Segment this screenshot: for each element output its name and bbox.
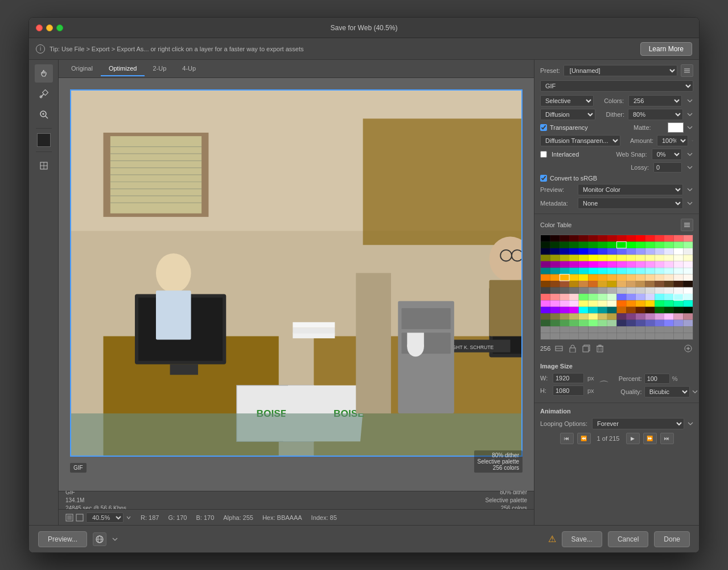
- canvas-wrapper: BOISE BOISE DWIGHT K. SCHRUTE: [59, 78, 534, 491]
- close-button[interactable]: [36, 24, 43, 31]
- bottom-bar: Preview... ⚠ Save... Cancel Done: [29, 525, 699, 552]
- canvas-status-bar: GIF 134.1M 24845 sec @ 56.6 Kbps 80% dit…: [59, 491, 534, 509]
- preview-select[interactable]: Monitor Color: [578, 184, 683, 195]
- tip-text: Tip: Use File > Export > Export As... or…: [50, 46, 636, 52]
- lock-btn[interactable]: [567, 343, 578, 354]
- percent-symbol: %: [672, 375, 678, 382]
- amount-select[interactable]: 100%: [657, 135, 688, 146]
- amount-label: Amount:: [624, 137, 653, 144]
- lossy-dropdown-icon: [686, 164, 693, 171]
- hand-tool[interactable]: [35, 64, 53, 83]
- prev-frame-btn[interactable]: ⏪: [577, 433, 591, 444]
- minimize-button[interactable]: [46, 24, 53, 31]
- svg-rect-27: [170, 364, 198, 375]
- color-table-menu-btn[interactable]: [681, 219, 693, 231]
- looping-select[interactable]: Forever Once: [592, 418, 684, 429]
- percent-input[interactable]: [644, 374, 670, 384]
- browser-icon[interactable]: [93, 532, 106, 546]
- copy-btn[interactable]: [581, 343, 591, 354]
- svg-rect-46: [356, 273, 391, 414]
- preview-button[interactable]: Preview...: [38, 531, 87, 547]
- learn-more-button[interactable]: Learn More: [640, 42, 692, 56]
- done-button[interactable]: Done: [654, 531, 690, 547]
- canvas-palette-info: Selective palette: [478, 458, 519, 465]
- r-value: R: 187: [141, 514, 159, 521]
- zoom-control: 40.5% 50% 100%: [65, 512, 131, 523]
- foreground-color[interactable]: [37, 133, 51, 147]
- link-dimensions-icon[interactable]: ⌒: [599, 379, 609, 392]
- transparency-row: Transparency Matte:: [540, 122, 693, 133]
- frame-counter: 1 of 215: [594, 435, 623, 442]
- palette-select[interactable]: Selective Perceptual Adaptive: [540, 95, 594, 106]
- lossy-input[interactable]: [653, 162, 682, 173]
- preview-label: Preview:: [540, 186, 574, 193]
- transparency-label: Transparency: [550, 124, 588, 131]
- transparency-checkbox[interactable]: [540, 124, 547, 131]
- quality-select[interactable]: Bicubic Bilinear Nearest: [644, 386, 690, 397]
- web-snap-select[interactable]: 0%: [652, 149, 682, 160]
- trash-btn[interactable]: [595, 343, 605, 354]
- svg-rect-34: [489, 280, 521, 337]
- colors-select[interactable]: 256 128 64: [628, 95, 682, 106]
- interlaced-label: Interlaced: [552, 151, 579, 158]
- matte-swatch[interactable]: [668, 122, 684, 133]
- metadata-select[interactable]: None: [578, 198, 683, 209]
- canvas-colors-info: 256 colors: [478, 465, 519, 471]
- cancel-button[interactable]: Cancel: [608, 531, 648, 547]
- lossy-row: Lossy:: [540, 162, 693, 173]
- save-button[interactable]: Save...: [562, 531, 602, 547]
- play-btn[interactable]: ▶: [626, 433, 640, 444]
- color-grid[interactable]: [540, 235, 693, 340]
- save-for-web-window: Save for Web (40.5%) i Tip: Use File > E…: [28, 17, 700, 553]
- width-input[interactable]: [553, 373, 584, 383]
- convert-srgb-checkbox[interactable]: [540, 175, 547, 182]
- dither-select[interactable]: 80% 100%: [628, 109, 683, 120]
- view-tabs: Original Optimized 2-Up 4-Up: [59, 60, 534, 78]
- image-size-title: Image Size: [540, 363, 693, 370]
- animation-section: Animation Looping Options: Forever Once …: [534, 403, 699, 449]
- tab-2up[interactable]: 2-Up: [145, 61, 174, 76]
- eyedropper-tool[interactable]: [35, 85, 53, 103]
- matte-label: Matte:: [634, 124, 665, 131]
- preset-row: Preset: [Unnamed]: [540, 64, 693, 77]
- tab-optimized[interactable]: Optimized: [101, 61, 145, 76]
- first-frame-btn[interactable]: ⏮: [560, 433, 574, 444]
- interlaced-checkbox[interactable]: [540, 151, 547, 158]
- svg-rect-69: [597, 346, 603, 352]
- tab-4up[interactable]: 4-Up: [174, 61, 204, 76]
- convert-srgb-row: Convert to sRGB: [540, 175, 693, 182]
- image-size-section: Image Size W: px H: px: [534, 358, 699, 403]
- svg-rect-57: [76, 514, 83, 521]
- format-select[interactable]: GIF PNG JPEG: [540, 80, 693, 92]
- next-frame-btn[interactable]: ⏩: [643, 433, 657, 444]
- add-btn[interactable]: [683, 343, 693, 354]
- width-label: W:: [540, 375, 549, 382]
- looping-dropdown-icon: [688, 421, 693, 427]
- titlebar: Save for Web (40.5%): [29, 18, 699, 38]
- preset-menu-btn[interactable]: [681, 64, 693, 77]
- color-table-title: Color Table: [540, 222, 571, 228]
- canvas-dither-info: 80% dither: [478, 452, 519, 458]
- palette-info: Selective palette: [486, 497, 527, 505]
- selective-colors-row: Selective Perceptual Adaptive Colors: 25…: [540, 95, 693, 106]
- zoom-select[interactable]: 40.5% 50% 100%: [86, 512, 124, 523]
- height-input[interactable]: [553, 386, 584, 396]
- maximize-button[interactable]: [56, 24, 63, 31]
- tab-original[interactable]: Original: [63, 61, 101, 76]
- preset-select[interactable]: [Unnamed]: [564, 65, 677, 76]
- zoom-tool[interactable]: [35, 105, 53, 124]
- dither-type-select[interactable]: Diffusion Pattern Noise: [540, 109, 595, 120]
- colors-dropdown-icon: [686, 97, 693, 104]
- percent-label: Percent:: [614, 375, 642, 382]
- last-frame-btn[interactable]: ⏭: [660, 433, 674, 444]
- canvas-image[interactable]: BOISE BOISE DWIGHT K. SCHRUTE: [71, 91, 521, 456]
- map-btn[interactable]: [554, 343, 564, 354]
- preset-label: Preset:: [540, 67, 560, 74]
- svg-rect-52: [293, 333, 335, 338]
- browser-dropdown[interactable]: [112, 535, 120, 543]
- main-area: Original Optimized 2-Up 4-Up: [29, 60, 699, 525]
- diffusion-transp-select[interactable]: Diffusion Transparen...: [540, 135, 620, 146]
- svg-rect-56: [67, 515, 72, 520]
- info-icon: i: [36, 44, 45, 54]
- slice-tool[interactable]: [35, 157, 53, 175]
